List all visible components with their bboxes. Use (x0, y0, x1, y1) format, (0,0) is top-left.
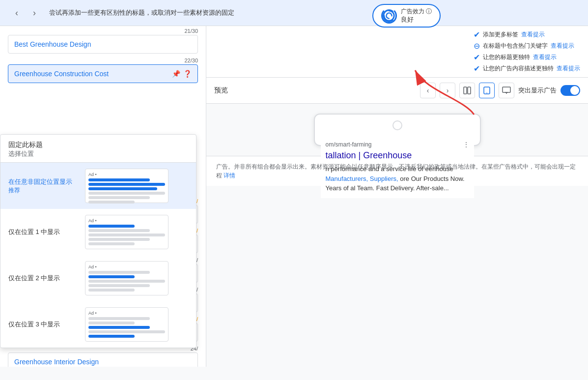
headline-text-1: Best Greenhouse Design (14, 40, 91, 48)
highlight-toggle[interactable]: 突出显示广告 (518, 85, 580, 96)
dropdown-option-pos1[interactable]: 仅在位置 1 中显示 Ad • (0, 209, 196, 255)
dropdown-option-any-label: 在任意非固定位置显示 推荐 (8, 177, 77, 195)
ad-line-p3-1 (88, 317, 150, 320)
tip-link-4[interactable]: 查看提示 (557, 64, 580, 73)
ad-line-4 (88, 192, 165, 195)
ad-line-2 (88, 183, 165, 186)
pin-icon-2: 📌 (172, 70, 180, 78)
ad-preview-pos2: Ad • (85, 261, 168, 295)
ad-line-6 (88, 201, 135, 204)
ad-headline: tallation | Greenhouse (326, 150, 469, 161)
tip-2: ⊖ 在标题中包含热门关键字 查看提示 (474, 41, 580, 51)
ad-line-p3-3 (88, 326, 150, 329)
headline-item-8[interactable]: Greenhouse Interior Design (8, 352, 198, 367)
ad-line-p1-1 (88, 225, 135, 228)
ad-line-1 (88, 178, 150, 181)
headline-item-2[interactable]: Greenhouse Construction Cost 📌 ❓ (8, 64, 198, 83)
svg-point-1 (384, 11, 393, 21)
ad-preview-recommended: Ad • (85, 169, 168, 203)
ad-url-text: om/smart-farming (326, 141, 372, 148)
tip-link-1[interactable]: 查看提示 (521, 30, 545, 39)
ad-quality-circle-icon (381, 8, 397, 24)
ad-line-p1-5 (88, 242, 135, 245)
tip-3: ✔ 让您的标题更独特 查看提示 (474, 53, 580, 62)
tip-text-1: 添加更多标签 (483, 30, 518, 39)
tip-link-3[interactable]: 查看提示 (533, 53, 557, 61)
position-dropdown: 固定此标题 选择位置 在任意非固定位置显示 推荐 Ad • (0, 134, 196, 348)
counter-2: 22/30 (0, 56, 206, 64)
dropdown-pos1-label: 仅在位置 1 中显示 (8, 228, 77, 236)
left-panel: 21/30 Best Greenhouse Design 22/30 Green… (0, 26, 206, 367)
ad-line-p2-3 (88, 280, 165, 283)
dropdown-recommended-text: 推荐 (8, 186, 77, 195)
ad-quality-text: 广告效力 ⓘ 良好 (401, 8, 432, 24)
ad-menu-icon[interactable]: ⋮ (463, 141, 469, 148)
ad-line-p2-5 (88, 289, 135, 292)
tip-check-icon-1: ✔ (474, 30, 480, 39)
ad-line-p2-4 (88, 284, 150, 287)
svg-point-0 (384, 11, 393, 21)
dropdown-option-pos2[interactable]: 仅在位置 2 中显示 Ad • (0, 255, 196, 301)
top-bar-message: 尝试再添加一些更有区别性的标题，或取消对一些素材资源的固定 (49, 8, 578, 17)
tip-text-3: 让您的标题更独特 (483, 53, 530, 61)
ad-line-p2-2 (88, 275, 135, 278)
preview-content: om/smart-farming ⋮ tallation | Greenhous… (206, 104, 588, 156)
dropdown-option-pos3[interactable]: 仅在位置 3 中显示 Ad • (0, 301, 196, 348)
dropdown-pos3-label: 仅在位置 3 中显示 (8, 320, 77, 329)
dropdown-header: 固定此标题 选择位置 (0, 135, 196, 163)
ad-line-p1-2 (88, 229, 150, 232)
ad-line-3 (88, 187, 157, 190)
ad-tag-3: Ad • (88, 264, 165, 269)
counter-1: 21/30 (0, 26, 206, 35)
top-bar: ‹ › 尝试再添加一些更有区别性的标题，或取消对一些素材资源的固定 广告效力 ⓘ… (0, 0, 588, 26)
ad-line-p2-1 (88, 271, 150, 274)
ad-line-p1-4 (88, 238, 150, 241)
ad-quality-badge[interactable]: 广告效力 ⓘ 良好 (372, 4, 441, 28)
dropdown-subtitle: 选择位置 (8, 149, 188, 158)
tip-minus-icon: ⊖ (474, 41, 480, 51)
dropdown-option-any[interactable]: 在任意非固定位置显示 推荐 Ad • (0, 163, 196, 209)
headline-text-8: Greenhouse Interior Design (14, 358, 99, 366)
toggle-switch-control[interactable] (560, 85, 580, 96)
ad-line-p3-4 (88, 330, 165, 333)
dropdown-any-text: 在任意非固定位置显示 (8, 177, 77, 186)
nav-next-button[interactable]: › (28, 6, 41, 20)
ad-tag-1: Ad • (88, 172, 165, 177)
desktop-btn[interactable] (499, 83, 514, 98)
nav-prev-button[interactable]: ‹ (10, 6, 24, 20)
tips-container: ✔ 添加更多标签 查看提示 ⊖ 在标题中包含热门关键字 查看提示 ✔ 让您的标题… (474, 30, 580, 73)
bottom-notice-link[interactable]: 详情 (224, 172, 235, 179)
ad-line-p3-2 (88, 322, 135, 324)
tip-1: ✔ 添加更多标签 查看提示 (474, 30, 580, 39)
tip-text-4: 让您的广告内容描述更独特 (483, 64, 554, 73)
ad-line-5 (88, 196, 150, 199)
ad-preview-pos1: Ad • (85, 215, 168, 249)
tip-text-2: 在标题中包含热门关键字 (483, 42, 548, 50)
svg-point-6 (486, 92, 487, 93)
phone-frame: om/smart-farming ⋮ tallation | Greenhous… (314, 114, 481, 146)
dropdown-title: 固定此标题 (8, 141, 188, 149)
ad-url: om/smart-farming ⋮ (326, 141, 469, 148)
ad-tag-2: Ad • (88, 218, 165, 223)
right-panel: ✔ 添加更多标签 查看提示 ⊖ 在标题中包含热门关键字 查看提示 ✔ 让您的标题… (206, 26, 588, 367)
ad-line-p1-3 (88, 234, 165, 236)
ad-tag-4: Ad • (88, 311, 165, 316)
highlight-label: 突出显示广告 (518, 86, 557, 95)
preview-title: 预览 (214, 86, 228, 95)
help-icon-2: ❓ (183, 70, 192, 78)
tip-4: ✔ 让您的广告内容描述更独特 查看提示 (474, 64, 580, 73)
headline-icons-2: 📌 ❓ (172, 70, 192, 78)
arrow-annotation (321, 110, 474, 139)
headline-item-1[interactable]: Best Greenhouse Design (8, 35, 198, 54)
nav-arrows: ‹ › (10, 6, 41, 20)
dropdown-pos2-label: 仅在位置 2 中显示 (8, 274, 77, 283)
svg-point-2 (386, 13, 392, 19)
ad-line-p3-5 (88, 335, 135, 338)
ad-preview-pos3: Ad • (85, 307, 168, 342)
ad-quality-label: 广告效力 ⓘ (401, 8, 432, 16)
ad-quality-value: 良好 (401, 16, 432, 24)
tip-link-2[interactable]: 查看提示 (551, 42, 574, 50)
headline-text-2: Greenhouse Construction Cost (14, 70, 109, 78)
main-content: 21/30 Best Greenhouse Design 22/30 Green… (0, 26, 588, 367)
svg-rect-7 (503, 87, 510, 92)
